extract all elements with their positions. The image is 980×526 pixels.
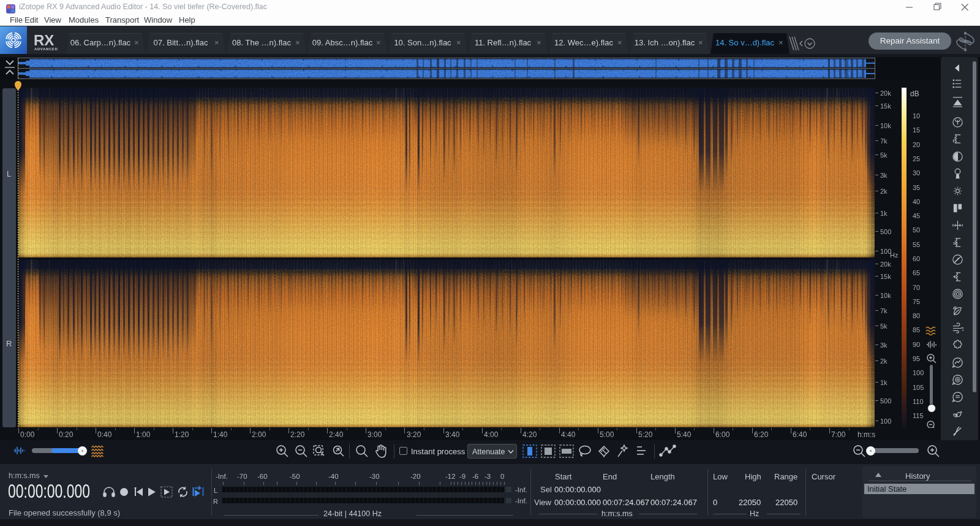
svg-text:ss: ss (953, 240, 958, 246)
